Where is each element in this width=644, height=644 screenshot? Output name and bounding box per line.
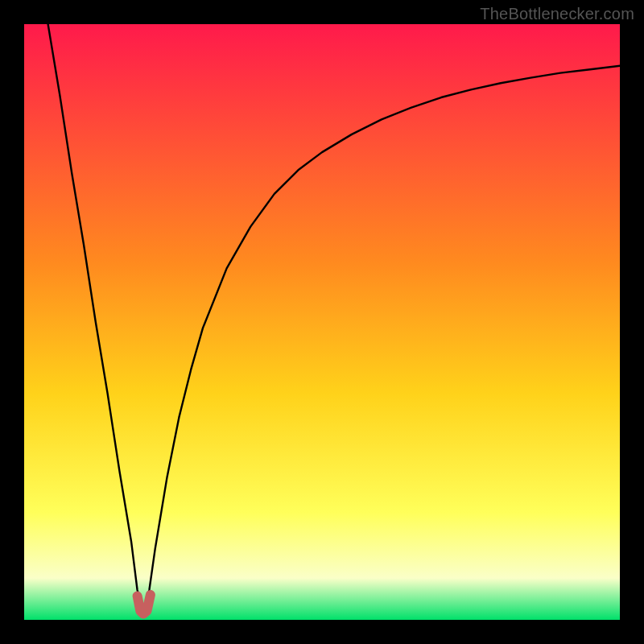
- chart-frame: TheBottlenecker.com: [0, 0, 644, 644]
- watermark-text: TheBottlenecker.com: [480, 5, 634, 23]
- gradient-background: [24, 24, 620, 620]
- plot-area: [24, 24, 620, 620]
- chart-svg: [24, 24, 620, 620]
